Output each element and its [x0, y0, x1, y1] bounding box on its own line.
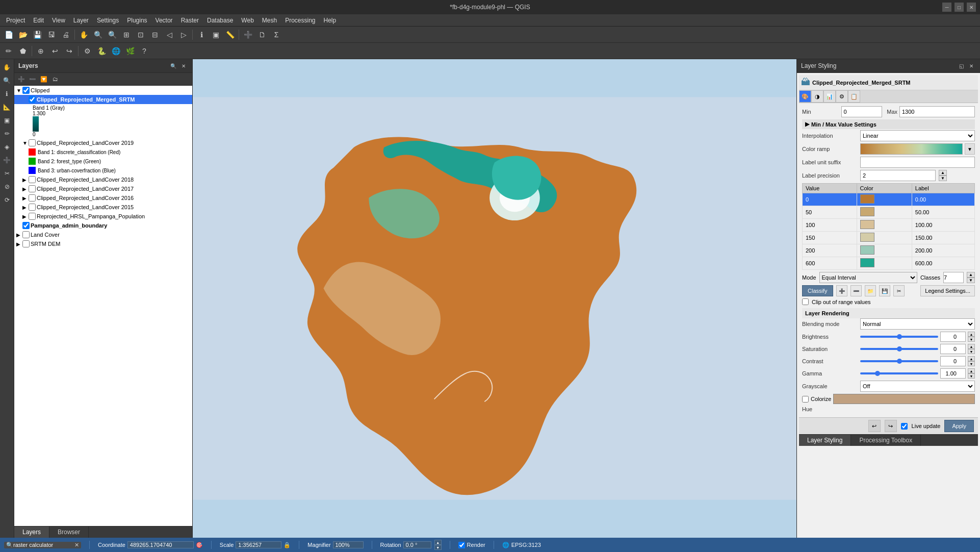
gamma-up[interactable]: ▲: [968, 368, 975, 373]
menu-help[interactable]: Help: [320, 16, 341, 25]
color-ramp-menu-button[interactable]: ▼: [965, 143, 975, 155]
minimize-button[interactable]: ─: [942, 3, 951, 12]
group-layers-button[interactable]: 🗂: [50, 74, 60, 84]
split-button[interactable]: ⊘: [1, 181, 13, 193]
gamma-slider[interactable]: [860, 372, 938, 374]
layers-close-button[interactable]: ✕: [179, 61, 188, 70]
styling-tab-transparency[interactable]: ◑: [811, 90, 823, 103]
layer-pampanga[interactable]: Pampanga_admin_boundary: [14, 221, 192, 230]
grayscale-select[interactable]: Off By Lightness By Luminosity: [860, 381, 975, 392]
measure-left-button[interactable]: 📐: [1, 101, 13, 113]
snap-button[interactable]: ⊕: [34, 44, 47, 58]
styling-tab-symbology[interactable]: 🎨: [799, 90, 811, 103]
interpolation-select[interactable]: Linear Discrete Exact: [860, 130, 975, 141]
color-0[interactable]: [857, 193, 912, 206]
layer-check-lc2017[interactable]: [29, 185, 36, 192]
delete-class-button[interactable]: ➖: [850, 285, 862, 296]
color-row-200[interactable]: 200 200.00: [803, 244, 975, 257]
classes-down-button[interactable]: ▼: [967, 278, 975, 283]
saturation-slider[interactable]: [860, 348, 938, 350]
color-row-150[interactable]: 150 150.00: [803, 232, 975, 244]
label-precision-input[interactable]: [860, 170, 936, 181]
menu-mesh[interactable]: Mesh: [258, 16, 281, 25]
color-150[interactable]: [857, 232, 912, 244]
menu-database[interactable]: Database: [203, 16, 237, 25]
undo-style-button[interactable]: ↩: [868, 420, 881, 432]
tab-processing-toolbox[interactable]: Processing Toolbox: [851, 435, 921, 446]
reshape-button[interactable]: ⟳: [1, 194, 13, 206]
zoom-next-button[interactable]: ▷: [177, 28, 190, 41]
saturation-up[interactable]: ▲: [968, 344, 975, 349]
zoom-full-button[interactable]: ⊞: [120, 28, 133, 41]
classify-button[interactable]: Classify: [802, 285, 833, 296]
layer-check-lc2018[interactable]: [29, 176, 36, 183]
identify-button[interactable]: ℹ: [195, 28, 208, 41]
menu-web[interactable]: Web: [237, 16, 257, 25]
layer-check-lc2015[interactable]: [29, 204, 36, 211]
color-row-50[interactable]: 50 50.00: [803, 206, 975, 219]
redo-style-button[interactable]: ↪: [885, 420, 897, 432]
brightness-slider[interactable]: [860, 336, 938, 338]
crs-display[interactable]: 🌐 EPSG:3123: [502, 542, 541, 548]
layer-check-clipped[interactable]: [22, 87, 30, 94]
zoom-prev-button[interactable]: ◁: [163, 28, 176, 41]
precision-up-button[interactable]: ▲: [939, 170, 947, 175]
select-button[interactable]: ▣: [209, 28, 222, 41]
blending-mode-select[interactable]: Normal Multiply Screen Overlay: [860, 318, 975, 330]
menu-plugins[interactable]: Plugins: [123, 16, 151, 25]
colorize-checkbox[interactable]: [802, 396, 809, 403]
brightness-down[interactable]: ▼: [968, 337, 975, 342]
layer-clipped-group[interactable]: ▼ Clipped: [14, 86, 192, 95]
search-clear-button[interactable]: ✕: [74, 542, 79, 548]
classes-up-button[interactable]: ▲: [967, 272, 975, 278]
menu-processing[interactable]: Processing: [281, 16, 319, 25]
saturation-down[interactable]: ▼: [968, 349, 975, 354]
delete-feature-button[interactable]: ✂: [1, 167, 13, 180]
magnifier-input[interactable]: [333, 541, 364, 548]
undo-button[interactable]: ↩: [48, 44, 62, 58]
save-colormap-button[interactable]: 💾: [879, 285, 890, 296]
styling-tab-metadata[interactable]: 📋: [848, 90, 860, 103]
layer-lc2016[interactable]: ▶ Clipped_Reprojected_LandCover 2016: [14, 193, 192, 203]
layer-check-lc2019[interactable]: [29, 139, 36, 146]
plugin-btn-1[interactable]: ⚙: [81, 44, 94, 58]
min-input[interactable]: [841, 106, 882, 117]
layer-check-hrsl[interactable]: [29, 213, 36, 220]
layer-srtm-dem-group[interactable]: ▶ SRTM DEM: [14, 239, 192, 248]
edit-button[interactable]: ✏: [2, 44, 15, 58]
layer-check-srtm[interactable]: [29, 96, 36, 103]
styling-undock-button[interactable]: ◱: [957, 61, 966, 70]
layer-lc2017[interactable]: ▶ Clipped_Reprojected_LandCover 2017: [14, 184, 192, 193]
layer-check-lc-group[interactable]: [22, 231, 30, 238]
zoom-layer-button[interactable]: ⊡: [134, 28, 147, 41]
contrast-slider[interactable]: [860, 360, 938, 362]
mode-select[interactable]: Equal Interval Quantile Standard Deviati…: [819, 272, 917, 283]
add-class-button[interactable]: ➕: [836, 285, 847, 296]
layer-landcover-group[interactable]: ▶ Land Cover: [14, 230, 192, 239]
menu-raster[interactable]: Raster: [177, 16, 203, 25]
layer-lc2015[interactable]: ▶ Clipped_Reprojected_LandCover 2015: [14, 203, 192, 212]
max-input[interactable]: [899, 106, 975, 117]
color-row-600[interactable]: 600 600.00: [803, 257, 975, 270]
grass-btn[interactable]: 🌿: [123, 44, 137, 58]
brightness-input[interactable]: [940, 332, 966, 342]
layer-check-srtm-dem[interactable]: [22, 240, 30, 247]
close-button[interactable]: ✕: [967, 3, 976, 12]
measure-button[interactable]: 📏: [223, 28, 237, 41]
contrast-up[interactable]: ▲: [968, 356, 975, 361]
color-600[interactable]: [857, 257, 912, 270]
node-tool-button[interactable]: ◈: [1, 141, 13, 153]
menu-settings[interactable]: Settings: [93, 16, 123, 25]
rotation-down[interactable]: ▼: [434, 545, 442, 550]
scale-input[interactable]: [236, 541, 281, 548]
colorize-color[interactable]: [833, 394, 975, 404]
add-layer-layers-button[interactable]: ➕: [16, 74, 27, 84]
browser-btn[interactable]: 🌐: [109, 44, 122, 58]
load-colormap-button[interactable]: 📁: [865, 285, 876, 296]
tab-layers[interactable]: Layers: [14, 526, 49, 538]
menu-layer[interactable]: Layer: [69, 16, 93, 25]
add-layer-button[interactable]: ➕: [241, 28, 254, 41]
add-feature-button[interactable]: ➕: [1, 154, 13, 166]
filter-layers-button[interactable]: 🔽: [39, 74, 49, 84]
render-checkbox[interactable]: [458, 542, 465, 548]
